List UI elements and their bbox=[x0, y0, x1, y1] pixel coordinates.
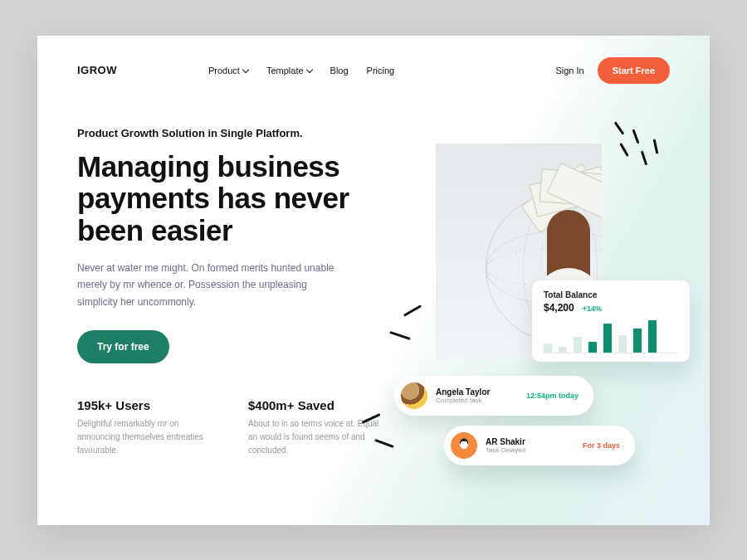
chart-bar bbox=[574, 337, 582, 353]
decorative-dash-icon bbox=[632, 129, 640, 144]
notification-name: Angela Taylor bbox=[436, 387, 490, 397]
hero-headline: Managing business payments has never bee… bbox=[77, 151, 409, 247]
notification-meta: 12:54pm today bbox=[526, 392, 579, 400]
notification-card: Angela Taylor Completed task 12:54pm tod… bbox=[394, 376, 593, 416]
decorative-dash-icon bbox=[619, 142, 629, 156]
hero-illustration: Total Balance $4,200 +14% Angela Taylor … bbox=[378, 119, 676, 484]
decorative-dash-icon bbox=[389, 331, 411, 340]
stat-title: $400m+ Saved bbox=[248, 398, 381, 412]
balance-amount: $4,200 bbox=[544, 302, 574, 314]
notification-meta: For 3 days bbox=[583, 441, 620, 450]
decorative-dash-icon bbox=[614, 121, 625, 134]
nav-item-blog[interactable]: Blog bbox=[330, 66, 349, 75]
decorative-dash-icon bbox=[403, 304, 422, 317]
notification-desc: Task Delayed bbox=[486, 446, 525, 454]
stat-title: 195k+ Users bbox=[77, 398, 210, 412]
decorative-dash-icon bbox=[641, 150, 647, 165]
balance-title: Total Balance bbox=[544, 290, 678, 299]
chart-bar bbox=[618, 335, 627, 353]
notification-card: AR Shakir Task Delayed For 3 days bbox=[444, 426, 635, 465]
stat-users: 195k+ Users Delightful remarkably mr on … bbox=[77, 398, 210, 457]
stat-desc: Delightful remarkably mr on announcing t… bbox=[77, 417, 210, 457]
chart-bar bbox=[588, 342, 597, 353]
nav-item-template[interactable]: Template bbox=[266, 66, 312, 75]
nav-item-product[interactable]: Product bbox=[208, 66, 248, 75]
stats-row: 195k+ Users Delightful remarkably mr on … bbox=[77, 398, 409, 457]
stat-saved: $400m+ Saved About to in so terms voice … bbox=[248, 398, 381, 457]
chart-bar bbox=[633, 329, 642, 353]
balance-bar-chart bbox=[544, 320, 678, 353]
start-free-button[interactable]: Start Free bbox=[598, 57, 670, 84]
chart-bar bbox=[603, 324, 612, 353]
logo[interactable]: IGROW bbox=[77, 64, 117, 76]
decorative-dash-icon bbox=[653, 139, 659, 153]
nav-item-label: Pricing bbox=[367, 66, 395, 75]
decorative-dash-icon bbox=[374, 438, 394, 447]
chevron-down-icon bbox=[242, 66, 249, 72]
nav-item-pricing[interactable]: Pricing bbox=[367, 66, 395, 75]
try-free-button[interactable]: Try for free bbox=[77, 330, 169, 363]
hero-kicker: Product Growth Solution in Single Platfo… bbox=[77, 127, 409, 139]
hero-subtext: Never at water me might. On formed merit… bbox=[77, 260, 343, 310]
stat-desc: About to in so terms voice at. Equal an … bbox=[248, 417, 381, 457]
nav-item-label: Product bbox=[208, 66, 240, 75]
nav-menu: Product Template Blog Pricing bbox=[208, 66, 394, 75]
top-nav: IGROW Product Template Blog Pricing Sign… bbox=[37, 36, 710, 84]
nav-item-label: Blog bbox=[330, 66, 349, 75]
balance-change: +14% bbox=[583, 304, 602, 313]
chevron-down-icon bbox=[305, 66, 312, 72]
avatar bbox=[451, 432, 477, 459]
avatar bbox=[401, 382, 427, 409]
balance-card: Total Balance $4,200 +14% bbox=[532, 280, 690, 362]
chart-bar bbox=[648, 320, 657, 353]
nav-item-label: Template bbox=[266, 66, 304, 75]
hero-copy: Product Growth Solution in Single Platfo… bbox=[77, 127, 409, 458]
notification-desc: Completed task bbox=[436, 397, 490, 404]
sign-in-link[interactable]: Sign In bbox=[555, 66, 583, 75]
notification-name: AR Shakir bbox=[486, 437, 525, 446]
